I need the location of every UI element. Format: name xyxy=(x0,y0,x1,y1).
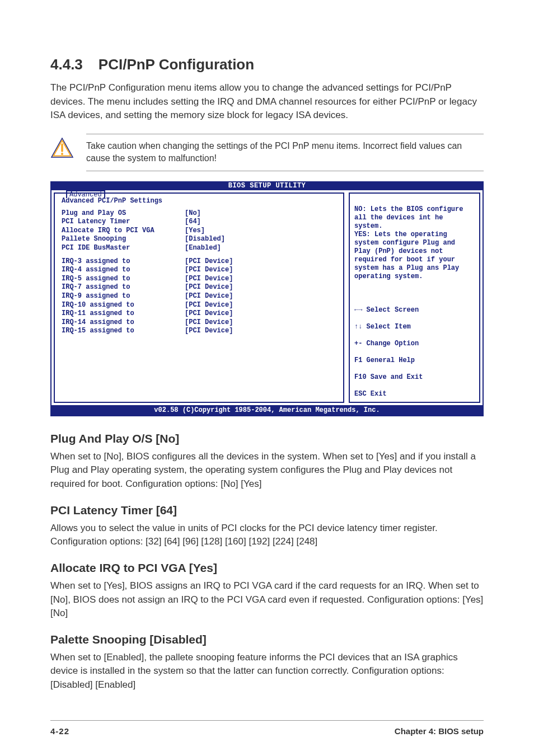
page-footer: 4-22 Chapter 4: BIOS setup xyxy=(50,720,484,736)
bios-setting-row: Plug and Play OS[No] xyxy=(62,209,336,218)
arrow-up-down-icon: ↑↓ xyxy=(354,323,362,331)
bios-setting-value: [Enabled] xyxy=(185,244,221,253)
bios-setting-label: IRQ-5 assigned to xyxy=(62,275,185,284)
bios-setting-value: [Yes] xyxy=(185,227,205,236)
section-heading: 4.4.3PCI/PnP Configuration xyxy=(50,56,484,73)
bios-setting-value: [64] xyxy=(185,218,201,227)
sub-plug-and-play-body: When set to [No], BIOS configures all th… xyxy=(50,450,484,491)
bios-setting-label: Pallete Snooping xyxy=(62,235,185,244)
bios-setting-value: [Disabled] xyxy=(185,235,225,244)
bios-setting-value: [PCI Device] xyxy=(185,309,233,318)
bios-setting-row: IRQ-7 assigned to[PCI Device] xyxy=(62,283,336,292)
svg-point-3 xyxy=(61,153,63,155)
bios-setting-value: [PCI Device] xyxy=(185,292,233,301)
bios-setting-row: IRQ-14 assigned to[PCI Device] xyxy=(62,318,336,327)
bios-setting-value: [PCI Device] xyxy=(185,275,233,284)
bios-help-text: NO: Lets the BIOS configure all the devi… xyxy=(354,205,463,280)
bios-panel-title: Advanced PCI/PnP Settings xyxy=(62,197,336,205)
sub-palette-snooping-body: When set to [Enabled], the pallete snoop… xyxy=(50,651,484,692)
sub-pci-latency: PCI Latency Timer [64] xyxy=(50,504,484,517)
bios-titlebar: BIOS SETUP UTILITY Advanced xyxy=(51,182,483,190)
nav-select-screen: Select Screen xyxy=(362,306,419,314)
bios-setting-label: Plug and Play OS xyxy=(62,209,185,218)
caution-text: Take caution when changing the settings … xyxy=(86,140,484,165)
bios-setting-row: IRQ-4 assigned to[PCI Device] xyxy=(62,266,336,275)
bios-settings-panel: Advanced PCI/PnP Settings Plug and Play … xyxy=(54,192,344,403)
caution-text-wrap: Take caution when changing the settings … xyxy=(86,134,484,171)
nav-exit: ESC Exit xyxy=(354,390,387,398)
bios-setting-value: [PCI Device] xyxy=(185,283,233,292)
sub-pci-latency-body: Allows you to select the value in units … xyxy=(50,522,484,549)
nav-general-help: F1 General Help xyxy=(354,356,415,364)
bios-setting-row: IRQ-10 assigned to[PCI Device] xyxy=(62,301,336,310)
bios-title: BIOS SETUP UTILITY xyxy=(228,182,306,190)
sub-plug-and-play: Plug And Play O/S [No] xyxy=(50,432,484,445)
nav-save-exit: F10 Save and Exit xyxy=(354,373,423,381)
sub-allocate-irq-body: When set to [Yes], BIOS assigns an IRQ t… xyxy=(50,579,484,621)
bios-setting-row: Pallete Snooping[Disabled] xyxy=(62,235,336,244)
bios-setting-row: Allocate IRQ to PCI VGA[Yes] xyxy=(62,227,336,236)
caution-icon xyxy=(50,137,74,162)
bios-setting-label: IRQ-9 assigned to xyxy=(62,292,185,301)
sub-allocate-irq: Allocate IRQ to PCI VGA [Yes] xyxy=(50,561,484,575)
nav-select-item: Select Item xyxy=(362,323,410,331)
page-number: 4-22 xyxy=(50,726,69,736)
bios-setting-value: [PCI Device] xyxy=(185,257,233,266)
bios-setting-label: IRQ-11 assigned to xyxy=(62,309,185,318)
bios-copyright-footer: v02.58 (C)Copyright 1985-2004, American … xyxy=(51,405,483,415)
bios-setting-label: PCI IDE BusMaster xyxy=(62,244,185,253)
bios-setting-label: IRQ-15 assigned to xyxy=(62,327,185,336)
caution-callout: Take caution when changing the settings … xyxy=(50,134,484,171)
bios-setting-label: IRQ-10 assigned to xyxy=(62,301,185,310)
bios-setting-row: IRQ-3 assigned to[PCI Device] xyxy=(62,257,336,266)
bios-setting-label: PCI Latency Timer xyxy=(62,218,185,227)
intro-paragraph: The PCI/PnP Configuration menu items all… xyxy=(50,81,484,123)
bios-setting-label: IRQ-3 assigned to xyxy=(62,257,185,266)
bios-setting-value: [PCI Device] xyxy=(185,266,233,275)
bios-setting-label: Allocate IRQ to PCI VGA xyxy=(62,227,185,236)
bios-setting-label: IRQ-7 assigned to xyxy=(62,283,185,292)
nav-change-option: +- Change Option xyxy=(354,340,419,348)
bios-setting-label: IRQ-14 assigned to xyxy=(62,318,185,327)
bios-setting-row: IRQ-9 assigned to[PCI Device] xyxy=(62,292,336,301)
bios-help-panel: NO: Lets the BIOS configure all the devi… xyxy=(349,192,480,403)
chapter-label: Chapter 4: BIOS setup xyxy=(395,726,484,736)
section-title-text: PCI/PnP Configuration xyxy=(99,56,254,73)
bios-setting-row: IRQ-11 assigned to[PCI Device] xyxy=(62,309,336,318)
sub-palette-snooping: Palette Snooping [Disabled] xyxy=(50,633,484,646)
bios-setting-label: IRQ-4 assigned to xyxy=(62,266,185,275)
section-number: 4.4.3 xyxy=(50,56,83,73)
bios-setting-value: [PCI Device] xyxy=(185,301,233,310)
bios-setting-value: [PCI Device] xyxy=(185,327,233,336)
bios-setting-row: PCI Latency Timer[64] xyxy=(62,218,336,227)
bios-setting-row: PCI IDE BusMaster[Enabled] xyxy=(62,244,336,253)
bios-screenshot: BIOS SETUP UTILITY Advanced Advanced PCI… xyxy=(50,181,484,416)
bios-setting-row: IRQ-5 assigned to[PCI Device] xyxy=(62,275,336,284)
bios-setting-value: [PCI Device] xyxy=(185,318,233,327)
bios-setting-row: IRQ-15 assigned to[PCI Device] xyxy=(62,327,336,336)
arrow-left-right-icon: ←→ xyxy=(354,306,362,314)
bios-setting-value: [No] xyxy=(185,209,201,218)
